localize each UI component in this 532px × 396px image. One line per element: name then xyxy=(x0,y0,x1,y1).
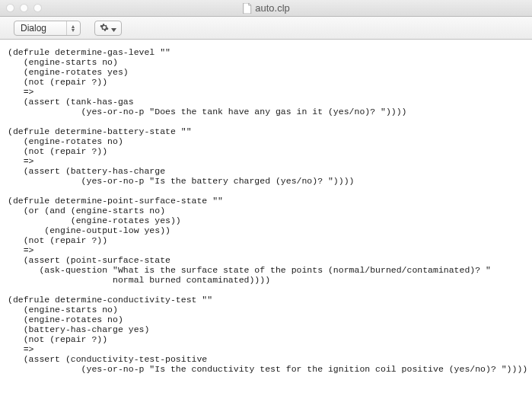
dropdown-label: Dialog xyxy=(21,23,46,34)
file-icon xyxy=(242,3,251,14)
close-button[interactable] xyxy=(6,4,14,12)
minimize-button[interactable] xyxy=(20,4,28,12)
dropdown-arrow-icon xyxy=(111,21,116,35)
toolbar: Dialog ▲▼ xyxy=(0,17,532,40)
dialog-dropdown[interactable]: Dialog ▲▼ xyxy=(14,21,81,36)
updown-arrows-icon: ▲▼ xyxy=(66,21,77,35)
window-title: auto.clp xyxy=(242,2,290,14)
traffic-lights xyxy=(0,4,42,12)
settings-button[interactable] xyxy=(94,21,122,36)
code-editor[interactable]: (defrule determine-gas-level "" (engine-… xyxy=(0,40,532,396)
gear-icon xyxy=(100,21,109,35)
maximize-button[interactable] xyxy=(33,4,42,12)
titlebar: auto.clp xyxy=(0,0,532,17)
window-title-text: auto.clp xyxy=(255,2,290,14)
